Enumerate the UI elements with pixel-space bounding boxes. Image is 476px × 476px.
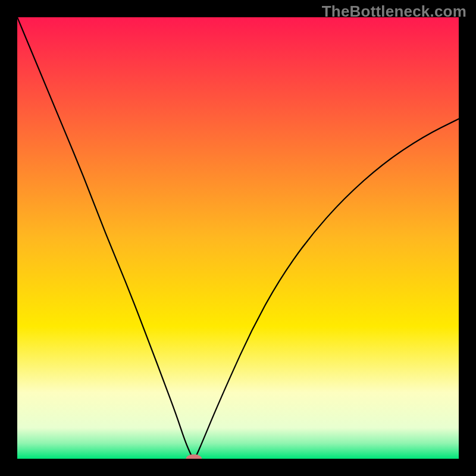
bottleneck-chart xyxy=(17,17,459,459)
gradient-background xyxy=(17,17,459,459)
watermark-text: TheBottleneck.com xyxy=(322,2,466,21)
